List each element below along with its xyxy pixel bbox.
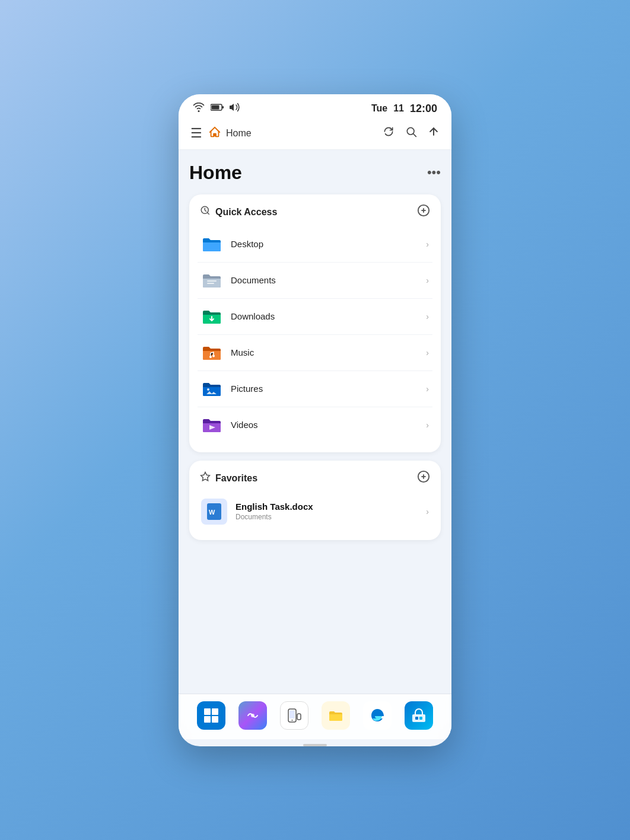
svg-point-13 <box>209 356 212 358</box>
music-label: Music <box>231 347 426 357</box>
favorites-item-subtitle: Documents <box>236 513 426 521</box>
favorites-icon <box>200 471 211 485</box>
list-item[interactable]: Pictures › <box>198 371 432 407</box>
status-day: Tue <box>371 103 387 114</box>
downloads-folder-icon <box>201 306 222 327</box>
status-date: 11 <box>393 103 404 114</box>
file-explorer-button[interactable] <box>322 701 350 730</box>
favorites-item[interactable]: W English Task.docx Documents › <box>198 493 432 531</box>
status-left <box>193 103 240 114</box>
quick-access-add-button[interactable] <box>417 204 430 221</box>
list-item[interactable]: Documents › <box>198 263 432 299</box>
downloads-chevron: › <box>426 312 429 321</box>
quick-access-header: Quick Access <box>198 204 432 221</box>
favorites-title-row: Favorites <box>200 471 257 485</box>
up-icon[interactable] <box>428 126 440 140</box>
quick-access-icon <box>200 205 211 219</box>
desktop-chevron: › <box>426 239 429 249</box>
list-item[interactable]: Videos › <box>198 407 432 443</box>
page-title: Home <box>189 162 242 184</box>
volume-icon <box>230 103 240 114</box>
videos-folder-icon <box>201 414 222 436</box>
edge-button[interactable] <box>363 701 392 730</box>
svg-rect-32 <box>412 714 425 722</box>
desktop-label: Desktop <box>231 239 426 249</box>
home-icon <box>208 126 221 141</box>
pictures-label: Pictures <box>231 384 426 394</box>
more-options-button[interactable]: ••• <box>427 165 441 180</box>
svg-rect-12 <box>207 283 214 284</box>
home-indicator <box>303 744 327 746</box>
favorites-header: Favorites <box>198 470 432 487</box>
taskbar <box>179 694 451 739</box>
favorites-item-chevron: › <box>426 507 429 516</box>
menu-icon[interactable]: ☰ <box>190 126 202 141</box>
svg-text:W: W <box>209 509 215 516</box>
toolbar-actions <box>383 126 440 140</box>
music-chevron: › <box>426 348 429 357</box>
music-folder-icon <box>201 342 222 363</box>
favorites-item-text: English Task.docx Documents <box>236 502 426 521</box>
documents-chevron: › <box>426 276 429 285</box>
search-icon[interactable] <box>405 126 417 140</box>
favorites-add-button[interactable] <box>417 470 430 487</box>
videos-chevron: › <box>426 420 429 430</box>
svg-rect-33 <box>415 717 418 720</box>
svg-rect-34 <box>419 717 422 720</box>
desktop-folder-icon <box>201 234 222 255</box>
list-item[interactable]: Downloads › <box>198 299 432 335</box>
docx-icon: W <box>201 499 227 525</box>
page-header: Home ••• <box>189 162 441 184</box>
quick-access-title: Quick Access <box>215 207 277 218</box>
svg-rect-3 <box>214 133 217 136</box>
phone-link-button[interactable] <box>280 701 308 730</box>
favorites-item-name: English Task.docx <box>236 502 426 512</box>
status-right: Tue 11 12:00 <box>371 103 437 115</box>
main-content: Home ••• Quick Access <box>179 150 451 694</box>
svg-rect-26 <box>212 716 218 723</box>
store-button[interactable] <box>405 701 433 730</box>
svg-marker-17 <box>201 472 210 481</box>
svg-rect-25 <box>204 716 211 723</box>
svg-point-30 <box>292 720 293 721</box>
downloads-label: Downloads <box>231 311 426 321</box>
start-button[interactable] <box>197 701 225 730</box>
list-item[interactable]: Music › <box>198 335 432 371</box>
toolbar: ☰ Home <box>179 120 451 150</box>
svg-rect-24 <box>212 708 218 715</box>
toolbar-path: Home <box>208 126 377 141</box>
pictures-chevron: › <box>426 384 429 394</box>
favorites-title: Favorites <box>215 473 257 484</box>
svg-point-15 <box>207 388 209 391</box>
svg-rect-23 <box>204 708 211 715</box>
documents-folder-icon <box>201 270 222 291</box>
list-item[interactable]: Desktop › <box>198 226 432 263</box>
svg-rect-29 <box>289 710 295 718</box>
status-time: 12:00 <box>410 103 437 115</box>
videos-label: Videos <box>231 420 426 430</box>
quick-access-title-row: Quick Access <box>200 205 277 219</box>
wifi-icon <box>193 103 205 114</box>
svg-rect-31 <box>297 714 301 720</box>
toolbar-path-label: Home <box>226 128 252 139</box>
phone-container: Tue 11 12:00 ☰ Home <box>179 94 451 746</box>
svg-line-5 <box>413 134 416 137</box>
svg-rect-11 <box>207 280 217 282</box>
svg-rect-2 <box>222 106 224 108</box>
copilot-button[interactable] <box>238 701 267 730</box>
svg-point-27 <box>251 714 254 717</box>
status-bar: Tue 11 12:00 <box>179 94 451 120</box>
documents-label: Documents <box>231 275 426 285</box>
refresh-icon[interactable] <box>383 126 394 140</box>
quick-access-card: Quick Access Des <box>189 194 441 452</box>
svg-rect-1 <box>212 106 219 110</box>
pictures-folder-icon <box>201 378 222 400</box>
favorites-card: Favorites W E <box>189 461 441 540</box>
svg-point-14 <box>212 354 215 357</box>
battery-icon <box>211 103 224 114</box>
